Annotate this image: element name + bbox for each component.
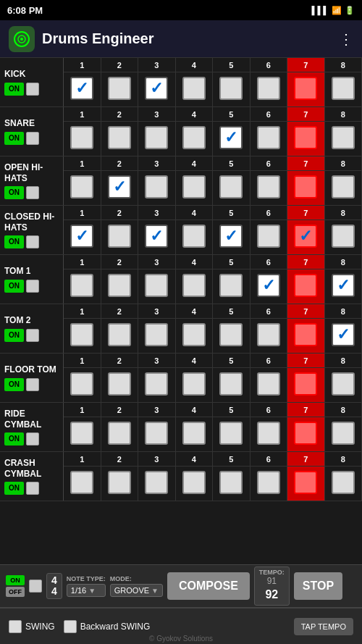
backward-swing-option[interactable]: Backward SWING (64, 620, 151, 633)
drum-toggle-0[interactable] (26, 83, 39, 96)
backward-swing-checkbox[interactable] (64, 620, 77, 633)
beat-check-0-7[interactable] (332, 77, 355, 100)
beat-check-2-7[interactable] (332, 175, 355, 198)
on-btn-5[interactable]: ON (4, 329, 24, 342)
beat-check-3-4[interactable] (219, 225, 243, 248)
beat-check-5-6[interactable] (294, 323, 317, 346)
beat-check-2-6[interactable] (294, 175, 317, 198)
beat-check-1-3[interactable] (182, 126, 206, 149)
beat-check-5-2[interactable] (145, 323, 168, 346)
drum-toggle-3[interactable] (26, 235, 39, 248)
beat-check-8-0[interactable] (70, 471, 93, 494)
time-signature[interactable]: 4 4 (46, 573, 62, 600)
beat-check-3-2[interactable] (145, 225, 168, 248)
tap-tempo-button[interactable]: TAP TEMPO (294, 618, 353, 635)
beat-check-5-7[interactable] (332, 323, 355, 346)
beat-check-3-0[interactable] (70, 225, 93, 248)
on-btn-2[interactable]: ON (4, 186, 24, 199)
mode-dropdown[interactable]: GROOVE ▼ (110, 584, 163, 597)
beat-check-7-6[interactable] (294, 422, 317, 445)
beat-check-8-2[interactable] (145, 471, 168, 494)
beat-check-1-2[interactable] (145, 126, 168, 149)
beat-check-1-6[interactable] (294, 126, 317, 149)
beat-check-7-7[interactable] (332, 422, 355, 445)
beat-check-2-5[interactable] (257, 175, 280, 198)
beat-check-1-0[interactable] (70, 126, 93, 149)
beat-check-0-1[interactable] (108, 77, 131, 100)
drum-toggle-4[interactable] (26, 280, 39, 293)
beat-check-2-2[interactable] (145, 175, 168, 198)
beat-check-7-1[interactable] (108, 422, 131, 445)
beat-check-0-6[interactable] (294, 77, 317, 100)
on-btn-7[interactable]: ON (4, 432, 24, 446)
drum-toggle-1[interactable] (26, 132, 39, 145)
beat-check-7-0[interactable] (70, 422, 93, 445)
beat-check-6-6[interactable] (294, 372, 317, 396)
master-on-button[interactable]: ON (6, 575, 25, 585)
beat-check-8-1[interactable] (108, 471, 131, 494)
beat-check-0-2[interactable] (145, 77, 168, 100)
swing-option[interactable]: SWING (9, 620, 55, 633)
beat-check-8-6[interactable] (294, 471, 317, 494)
beat-check-2-0[interactable] (70, 175, 93, 198)
beat-check-2-4[interactable] (219, 175, 243, 198)
beat-check-6-1[interactable] (108, 372, 131, 396)
beat-check-4-6[interactable] (294, 274, 317, 297)
beat-check-0-5[interactable] (257, 77, 280, 100)
on-btn-6[interactable]: ON (4, 378, 24, 391)
beat-check-4-1[interactable] (108, 274, 131, 297)
beat-check-4-2[interactable] (145, 274, 168, 297)
beat-check-0-3[interactable] (182, 77, 206, 100)
drum-toggle-8[interactable] (26, 482, 39, 495)
beat-check-4-5[interactable] (257, 274, 280, 297)
beat-check-8-3[interactable] (182, 471, 206, 494)
beat-check-0-4[interactable] (219, 77, 243, 100)
beat-check-1-4[interactable] (219, 126, 243, 149)
on-btn-4[interactable]: ON (4, 280, 24, 293)
master-off-button[interactable]: OFF (6, 587, 25, 597)
drum-toggle-5[interactable] (26, 329, 39, 342)
drum-toggle-7[interactable] (26, 432, 39, 446)
master-check[interactable] (29, 580, 42, 593)
beat-check-4-7[interactable] (332, 274, 355, 297)
beat-check-3-5[interactable] (257, 225, 280, 248)
beat-check-3-1[interactable] (108, 225, 131, 248)
beat-check-4-3[interactable] (182, 274, 206, 297)
beat-check-4-4[interactable] (219, 274, 243, 297)
beat-check-0-0[interactable] (70, 77, 93, 100)
beat-check-6-4[interactable] (219, 372, 243, 396)
swing-checkbox[interactable] (9, 620, 22, 633)
beat-check-8-7[interactable] (332, 471, 355, 494)
stop-button[interactable]: STOP (294, 572, 342, 600)
beat-check-8-4[interactable] (219, 471, 243, 494)
beat-check-2-3[interactable] (182, 175, 206, 198)
beat-check-7-2[interactable] (145, 422, 168, 445)
beat-check-3-3[interactable] (182, 225, 206, 248)
beat-check-6-0[interactable] (70, 372, 93, 396)
beat-check-5-3[interactable] (182, 323, 206, 346)
beat-check-1-1[interactable] (108, 126, 131, 149)
tempo-area[interactable]: TEMPO: 91 92 93 (254, 566, 290, 606)
beat-check-5-5[interactable] (257, 323, 280, 346)
beat-check-6-2[interactable] (145, 372, 168, 396)
on-btn-3[interactable]: ON (4, 235, 24, 248)
drum-toggle-6[interactable] (26, 378, 39, 391)
beat-check-6-5[interactable] (257, 372, 280, 396)
beat-check-6-7[interactable] (332, 372, 355, 396)
beat-check-3-6[interactable] (294, 225, 317, 248)
beat-check-8-5[interactable] (257, 471, 280, 494)
beat-check-7-4[interactable] (219, 422, 243, 445)
beat-check-2-1[interactable] (108, 175, 131, 198)
beat-check-1-7[interactable] (332, 126, 355, 149)
compose-button[interactable]: COMPOSE (167, 572, 250, 600)
drum-toggle-2[interactable] (26, 186, 39, 199)
beat-check-7-5[interactable] (257, 422, 280, 445)
on-btn-0[interactable]: ON (4, 83, 24, 96)
beat-check-3-7[interactable] (332, 225, 355, 248)
beat-check-6-3[interactable] (182, 372, 206, 396)
beat-check-5-4[interactable] (219, 323, 243, 346)
note-type-dropdown[interactable]: 1/16 ▼ (67, 584, 106, 597)
on-btn-1[interactable]: ON (4, 132, 24, 145)
beat-check-5-1[interactable] (108, 323, 131, 346)
beat-check-5-0[interactable] (70, 323, 93, 346)
